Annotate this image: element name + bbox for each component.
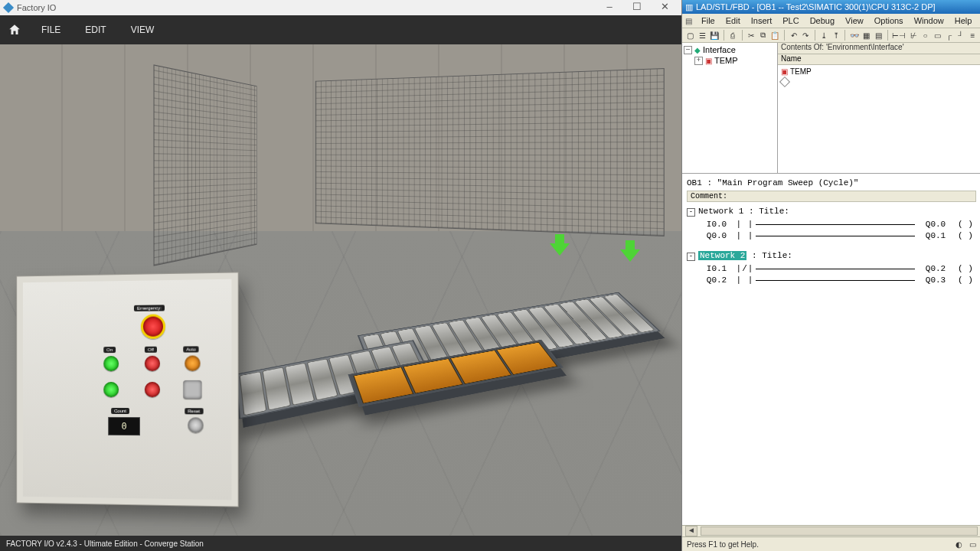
- ladder-rung[interactable]: I0.1|/|Q0.2( ): [697, 263, 976, 274]
- plc-status-text: Press F1 to get Help.: [687, 540, 759, 549]
- plc-horizontal-scroll[interactable]: ◄: [682, 525, 980, 536]
- on-button[interactable]: [103, 356, 119, 371]
- cut-icon[interactable]: ✂: [746, 28, 756, 42]
- collapse-icon[interactable]: -: [687, 253, 695, 261]
- monitor-icon[interactable]: 👓: [849, 28, 860, 42]
- plc-menu-options[interactable]: Options: [870, 16, 908, 25]
- factoryio-titlebar: Factory IO – ☐ ✕: [0, 0, 681, 15]
- new-icon[interactable]: ▢: [685, 28, 695, 42]
- rung-input-address: I0.0: [697, 220, 736, 229]
- collapse-icon[interactable]: -: [687, 208, 695, 217]
- emergency-label: Emergency:: [134, 305, 165, 311]
- rung-coil[interactable]: ( ): [955, 220, 976, 229]
- rung-output-address: Q0.3: [916, 276, 955, 285]
- plc-menu-help[interactable]: Help: [950, 16, 977, 25]
- reference-icon[interactable]: ▤: [873, 28, 883, 42]
- contact-nc-icon[interactable]: ⊬: [908, 28, 918, 42]
- rung-coil[interactable]: ( ): [955, 231, 976, 240]
- mdi-control-icon[interactable]: ▤: [685, 17, 692, 25]
- tree-item-temp[interactable]: TEMP: [714, 56, 738, 65]
- menu-view[interactable]: VIEW: [119, 15, 167, 44]
- rung-input-address: Q0.0: [697, 231, 736, 240]
- temp-icon: ▣: [705, 57, 712, 65]
- network-title[interactable]: -Network 1 : Title:: [687, 207, 976, 217]
- emergency-stop-button[interactable]: [141, 314, 165, 338]
- plc-menu-debug[interactable]: Debug: [805, 16, 839, 25]
- temp-icon: ▣: [781, 67, 788, 76]
- close-button[interactable]: ✕: [651, 1, 678, 15]
- count-label: Count: [111, 408, 129, 414]
- download-icon[interactable]: ⤓: [819, 28, 829, 42]
- contact-no-icon[interactable]: ⊢⊣: [891, 28, 906, 42]
- plc-menu-edit[interactable]: Edit: [721, 16, 745, 25]
- paste-icon[interactable]: 📋: [769, 28, 780, 42]
- rung-output-address: Q0.2: [916, 264, 955, 273]
- tree-expand-icon[interactable]: +: [694, 57, 703, 65]
- catalog-icon[interactable]: ▦: [861, 28, 871, 42]
- open-icon[interactable]: ☰: [697, 28, 707, 42]
- auto-label: Auto: [183, 346, 199, 352]
- factoryio-3d-viewport[interactable]: Emergency: On Off Auto Count 0 Reset: [0, 44, 681, 536]
- rung-contact[interactable]: | |: [736, 231, 754, 240]
- safety-fence: [153, 64, 256, 266]
- rung-contact[interactable]: | |: [736, 220, 754, 229]
- plc-menu-file[interactable]: File: [697, 16, 720, 25]
- network-label: Network 2: [698, 251, 746, 260]
- menu-file[interactable]: FILE: [29, 15, 73, 44]
- safety-fence: [315, 68, 665, 236]
- box-icon[interactable]: ▭: [932, 28, 942, 42]
- ladder-rung[interactable]: I0.0| |Q0.0( ): [697, 219, 976, 230]
- auto-indicator: [185, 355, 200, 370]
- interface-tree[interactable]: – ◆ Interface + ▣ TEMP: [682, 43, 778, 173]
- save-icon[interactable]: 💾: [709, 28, 720, 42]
- plc-editor-window: ▥ LAD/STL/FBD - [OB1 -- Test2\SIMATIC 30…: [681, 0, 980, 551]
- rung-coil[interactable]: ( ): [955, 276, 976, 285]
- tree-root-label[interactable]: Interface: [703, 45, 736, 54]
- ladder-rung[interactable]: Q0.0| |Q0.1( ): [697, 230, 976, 241]
- contents-row[interactable]: ▣ TEMP: [781, 67, 978, 77]
- coil-icon[interactable]: ○: [920, 28, 930, 42]
- home-button[interactable]: [0, 15, 29, 44]
- ob-title: OB1 : "Main Program Sweep (Cycle)": [687, 178, 976, 187]
- status-icon: ◐: [956, 540, 962, 549]
- copy-icon[interactable]: ⧉: [758, 28, 768, 42]
- print-icon[interactable]: ⎙: [727, 28, 737, 42]
- plc-menu-window[interactable]: Window: [910, 16, 949, 25]
- scroll-left-icon[interactable]: ◄: [685, 526, 697, 536]
- upload-icon[interactable]: ⤒: [831, 28, 841, 42]
- off-button[interactable]: [145, 356, 160, 371]
- network-title[interactable]: -Network 2 : Title:: [687, 251, 976, 261]
- plc-menubar: ▤ File Edit Insert PLC Debug View Option…: [682, 14, 980, 28]
- rung-coil[interactable]: ( ): [955, 264, 976, 273]
- on-label: On: [103, 347, 116, 353]
- redo-icon[interactable]: ↷: [800, 28, 810, 42]
- plc-menu-plc[interactable]: PLC: [778, 16, 803, 25]
- network-label: Network 1: [698, 207, 743, 216]
- maximize-button[interactable]: ☐: [623, 1, 651, 15]
- branch-close-icon[interactable]: ┘: [956, 28, 965, 42]
- rung-contact[interactable]: | |: [736, 276, 754, 285]
- menu-edit[interactable]: EDIT: [73, 15, 118, 44]
- rung-input-address: I0.1: [697, 264, 736, 273]
- rung-contact[interactable]: |/|: [736, 264, 754, 273]
- plc-menu-insert[interactable]: Insert: [746, 16, 777, 25]
- branch-open-icon[interactable]: ┌: [944, 28, 954, 42]
- undo-icon[interactable]: ↶: [789, 28, 799, 42]
- plc-menu-view[interactable]: View: [841, 16, 868, 25]
- contents-col-name: Name: [778, 54, 980, 65]
- comment-field[interactable]: Comment:: [687, 191, 976, 202]
- reset-button[interactable]: [188, 417, 203, 432]
- minimize-button[interactable]: –: [596, 1, 623, 15]
- plc-toolbar-1: ▢ ☰ 💾 ⎙ ✂ ⧉ 📋 ↶ ↷ ⤓ ⤒ 👓 ▦ ▤ ⊢⊣ ⊬ ○ ▭ ┌ ┘: [682, 28, 980, 43]
- tree-expand-icon[interactable]: –: [684, 46, 692, 54]
- status-icon: ▭: [969, 540, 976, 549]
- ladder-editor[interactable]: OB1 : "Main Program Sweep (Cycle)" Comme…: [682, 174, 980, 525]
- ladder-rung[interactable]: Q0.2| |Q0.3( ): [697, 275, 976, 285]
- contents-empty-row[interactable]: [781, 77, 978, 86]
- green-pushbutton[interactable]: [103, 382, 119, 397]
- selector-switch[interactable]: [183, 380, 201, 399]
- factoryio-logo-icon: [3, 2, 14, 13]
- red-pushbutton[interactable]: [145, 382, 160, 397]
- network-icon[interactable]: ≡: [968, 28, 978, 42]
- count-display: 0: [108, 417, 140, 435]
